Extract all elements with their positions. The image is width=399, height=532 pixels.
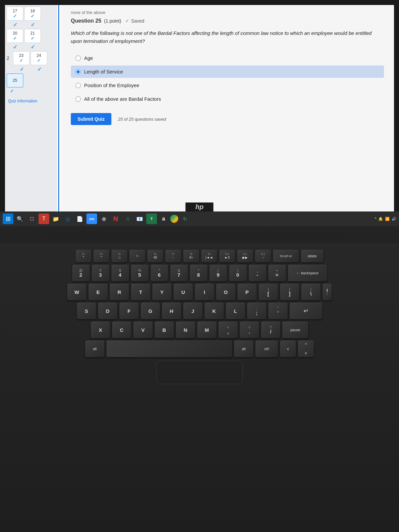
key-caret-6[interactable]: ^6	[150, 264, 169, 282]
sidebar-item-18[interactable]: 18 ✓	[24, 7, 41, 21]
radio-all[interactable]	[75, 96, 81, 102]
key-quote[interactable]: "'	[268, 302, 288, 320]
key-percent-5[interactable]: %5	[131, 264, 149, 282]
submit-quiz-button[interactable]: Submit Quiz	[71, 113, 111, 125]
key-f9[interactable]: f9|◄◄	[201, 249, 217, 263]
radio-age[interactable]	[75, 56, 81, 61]
key-o[interactable]: O	[216, 283, 236, 301]
sidebar-item-24[interactable]: 24 ✓	[31, 51, 47, 65]
quiz-info-link[interactable]: Quiz Information	[7, 97, 55, 105]
key-hash-3[interactable]: #3	[91, 264, 110, 282]
notification-bell[interactable]: 🔔	[378, 217, 383, 221]
key-t[interactable]: T	[131, 283, 151, 301]
search-taskbar-icon[interactable]: 🔍	[15, 213, 25, 224]
key-y[interactable]: Y	[152, 283, 172, 301]
key-extra[interactable]: !\	[322, 283, 332, 301]
key-f8[interactable]: f84+	[183, 249, 200, 263]
key-alt-right[interactable]: alt	[234, 340, 254, 357]
key-f6[interactable]: f640	[147, 249, 164, 263]
radio-length[interactable]	[75, 69, 81, 74]
apps-icon[interactable]: ⊕	[98, 213, 109, 224]
key-r[interactable]: R	[109, 283, 129, 301]
key-semicolon[interactable]: :;	[247, 302, 267, 320]
acrobat-icon[interactable]: 📄	[74, 213, 85, 224]
key-d[interactable]: D	[98, 302, 118, 320]
key-minus[interactable]: _-	[248, 264, 267, 282]
key-dollar-4[interactable]: $4	[111, 264, 129, 282]
explorer-icon[interactable]: 📁	[51, 213, 61, 224]
key-j[interactable]: J	[183, 302, 203, 320]
key-u[interactable]: U	[173, 283, 193, 301]
option-length[interactable]: Length of Service	[71, 66, 384, 78]
key-pause[interactable]: pause	[282, 321, 309, 338]
key-close-0[interactable]: )0	[229, 264, 247, 282]
key-m[interactable]: M	[197, 321, 217, 338]
key-backslash[interactable]: |\	[301, 283, 321, 301]
outlook-icon[interactable]: 📧	[134, 213, 145, 224]
key-w[interactable]: W	[67, 283, 87, 301]
key-up-down-arrows[interactable]: ^ v	[298, 340, 314, 357]
sidebar-item-21[interactable]: 21 ✓	[24, 29, 41, 43]
key-ctrl[interactable]: ctrl	[255, 340, 278, 357]
key-enter[interactable]: ↵	[289, 302, 323, 320]
option-all[interactable]: All of the above are Bardal Factors	[71, 93, 384, 105]
key-prtsc[interactable]: Ins prt sc	[273, 249, 299, 263]
netflix-icon[interactable]: N	[110, 213, 121, 224]
zoom-icon[interactable]: zm	[86, 213, 97, 224]
chrome-icon[interactable]	[170, 215, 178, 223]
key-backspace[interactable]: ← backspace	[288, 264, 328, 282]
key-f12[interactable]: f12→	[255, 249, 271, 263]
key-space[interactable]	[106, 340, 232, 357]
sidebar-item-20[interactable]: 20 ✓	[7, 29, 23, 43]
sidebar-item-17[interactable]: 17 ✓	[7, 7, 23, 21]
key-p[interactable]: P	[237, 283, 257, 301]
key-f2[interactable]: f2*	[75, 249, 92, 263]
wifi-icon[interactable]: 📶	[385, 217, 390, 221]
option-age[interactable]: Age	[71, 52, 384, 64]
key-left-arrow[interactable]: <	[280, 340, 296, 357]
chrome-icon-a[interactable]: a	[158, 213, 169, 224]
key-c[interactable]: C	[112, 321, 132, 338]
key-alt-left[interactable]: alt	[85, 340, 105, 357]
key-b[interactable]: B	[154, 321, 174, 338]
excel-icon[interactable]: T	[146, 213, 157, 224]
volume-icon[interactable]: 🔊	[392, 217, 396, 221]
key-comma[interactable]: <,	[218, 321, 238, 338]
key-l[interactable]: L	[225, 302, 245, 320]
key-f10[interactable]: f10►II	[219, 249, 235, 263]
key-period[interactable]: >.	[239, 321, 259, 338]
key-star-8[interactable]: *8	[190, 264, 208, 282]
touchpad[interactable]	[156, 361, 243, 384]
key-slash[interactable]: ?/	[261, 321, 281, 338]
typeface-icon[interactable]: T	[39, 213, 49, 224]
key-lbracket[interactable]: {[	[258, 283, 278, 301]
edge-icon[interactable]: ◎	[63, 213, 73, 224]
key-v[interactable]: V	[133, 321, 153, 338]
key-n[interactable]: N	[176, 321, 196, 338]
taskbar-arrow-up[interactable]: ^	[375, 217, 376, 221]
key-f7[interactable]: f7←	[165, 249, 182, 263]
refresh-icon[interactable]: ↻	[180, 213, 190, 224]
key-at-2[interactable]: @2	[72, 264, 90, 282]
key-g[interactable]: G	[140, 302, 160, 320]
key-f5[interactable]: f5	[129, 249, 146, 263]
key-x[interactable]: X	[90, 321, 110, 338]
task-view-icon[interactable]: □	[27, 213, 37, 224]
key-delete[interactable]: delete	[301, 249, 324, 263]
key-rbracket[interactable]: }]	[280, 283, 300, 301]
key-amp-7[interactable]: &7	[170, 264, 188, 282]
key-f4[interactable]: f4□	[111, 249, 128, 263]
key-e[interactable]: E	[88, 283, 108, 301]
key-h[interactable]: H	[162, 302, 182, 320]
key-f11[interactable]: f11▶▶	[237, 249, 253, 263]
key-k[interactable]: K	[204, 302, 224, 320]
key-f3[interactable]: f3*	[93, 249, 110, 263]
key-equals[interactable]: +=	[268, 264, 286, 282]
sidebar-item-25[interactable]: 25	[7, 73, 23, 87]
key-open-9[interactable]: (9	[209, 264, 227, 282]
key-s[interactable]: S	[76, 302, 96, 320]
radio-position[interactable]	[75, 83, 81, 88]
windows-start-button[interactable]: ⊞	[3, 213, 13, 224]
spotify-icon[interactable]: ♫	[122, 213, 133, 224]
option-position[interactable]: Position of the Employee	[71, 79, 384, 91]
